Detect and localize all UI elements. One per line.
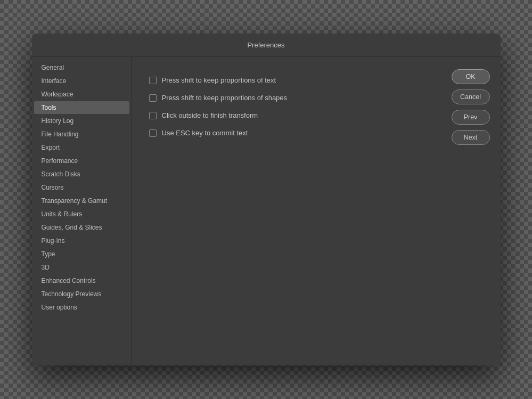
dialog-body: GeneralInterfaceWorkspaceToolsHistory Lo… <box>32 56 501 365</box>
label-opt1: Press shift to keep proportions of text <box>162 76 276 84</box>
sidebar-item-user-options[interactable]: User options <box>34 301 129 314</box>
prev-button[interactable]: Prev <box>452 110 490 125</box>
option-row-opt4: Use ESC key to commit text <box>149 124 424 142</box>
sidebar-item-tools[interactable]: Tools <box>34 101 129 114</box>
sidebar-item-guides-grid-slices[interactable]: Guides, Grid & Slices <box>34 221 129 234</box>
sidebar-item-plug-ins[interactable]: Plug-Ins <box>34 234 129 247</box>
dialog-title: Preferences <box>247 41 284 49</box>
label-opt3: Click outside to finish transform <box>162 111 258 119</box>
sidebar-item-file-handling[interactable]: File Handling <box>34 128 129 141</box>
sidebar-item-technology-previews[interactable]: Technology Previews <box>34 288 129 300</box>
label-opt4: Use ESC key to commit text <box>162 129 248 137</box>
sidebar-item-general[interactable]: General <box>34 61 129 74</box>
next-button[interactable]: Next <box>452 130 490 145</box>
ok-button[interactable]: OK <box>452 69 490 84</box>
checkbox-opt2[interactable] <box>149 94 157 102</box>
label-opt2: Press shift to keep proportions of shape… <box>162 94 288 102</box>
checkbox-opt1[interactable] <box>149 77 157 84</box>
sidebar-item-performance[interactable]: Performance <box>34 154 129 167</box>
sidebar-item-interface[interactable]: Interface <box>34 75 129 87</box>
sidebar-item-3d[interactable]: 3D <box>34 261 129 274</box>
sidebar-item-type[interactable]: Type <box>34 248 129 260</box>
checkbox-opt3[interactable] <box>149 112 157 119</box>
sidebar-item-scratch-disks[interactable]: Scratch Disks <box>34 168 129 181</box>
buttons-column: OK Cancel Prev Next <box>441 56 501 365</box>
option-row-opt2: Press shift to keep proportions of shape… <box>149 89 424 107</box>
sidebar-item-units-rulers[interactable]: Units & Rulers <box>34 208 129 221</box>
dialog-titlebar: Preferences <box>32 34 501 56</box>
preferences-dialog: Preferences GeneralInterfaceWorkspaceToo… <box>32 34 501 365</box>
cancel-button[interactable]: Cancel <box>452 89 490 104</box>
sidebar-item-transparency-gamut[interactable]: Transparency & Gamut <box>34 194 129 207</box>
sidebar: GeneralInterfaceWorkspaceToolsHistory Lo… <box>32 56 132 365</box>
option-row-opt3: Click outside to finish transform <box>149 107 424 124</box>
main-content: Press shift to keep proportions of textP… <box>132 56 441 365</box>
sidebar-item-export[interactable]: Export <box>34 141 129 154</box>
option-row-opt1: Press shift to keep proportions of text <box>149 71 424 89</box>
checkbox-opt4[interactable] <box>149 129 157 137</box>
sidebar-item-workspace[interactable]: Workspace <box>34 88 129 101</box>
sidebar-item-history-log[interactable]: History Log <box>34 115 129 127</box>
sidebar-item-cursors[interactable]: Cursors <box>34 181 129 194</box>
sidebar-item-enhanced-controls[interactable]: Enhanced Controls <box>34 274 129 287</box>
